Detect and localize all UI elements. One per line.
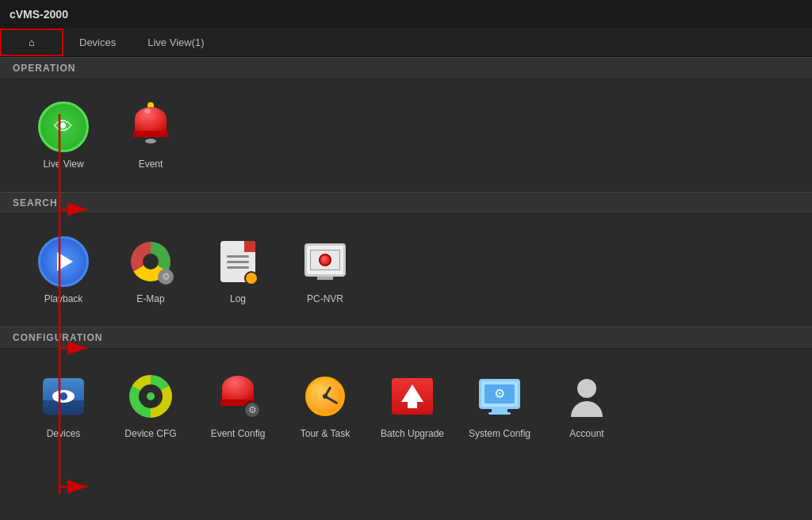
devcfg-shape — [129, 375, 172, 418]
evtcfg-dome — [222, 376, 254, 400]
batchup-rect — [408, 400, 417, 408]
devcfg-outer-ring — [129, 375, 172, 418]
batchup-icon-wrap — [387, 371, 438, 422]
batchup-arrow — [401, 384, 423, 402]
tab-home[interactable]: ⌂ — [0, 29, 63, 56]
playback-icon-item[interactable]: Playback — [24, 230, 103, 311]
section-config-label: CONFIGURATION — [13, 332, 102, 343]
event-label: Event — [139, 159, 163, 170]
tab-liveview[interactable]: Live View(1) — [132, 29, 220, 56]
alarm-base — [133, 131, 168, 137]
batchup-icon-item[interactable]: Batch Upgrade — [373, 365, 452, 445]
emap-circle-inner — [143, 254, 159, 270]
devices-pupil — [59, 392, 67, 400]
syscfg-wrap: ⚙ — [479, 379, 520, 415]
liveview-label: Live View — [43, 159, 83, 170]
app-title: cVMS-2000 — [10, 8, 68, 21]
section-search-label: SEARCH — [13, 197, 58, 208]
pcnvr-icon-item[interactable]: PC-NVR — [285, 230, 365, 311]
devices-eye — [52, 390, 75, 403]
tourtask-label: Tour & Task — [301, 428, 350, 439]
search-icons-grid: Playback ⚙ E-Map — [0, 214, 812, 327]
home-icon: ⌂ — [29, 36, 35, 48]
syscfg-monitor: ⚙ — [479, 379, 520, 409]
alarm-dome — [135, 107, 167, 131]
account-head — [577, 379, 596, 398]
event-icon-wrap — [125, 101, 176, 152]
devices-icon-wrap — [38, 371, 89, 422]
tab-liveview-label: Live View(1) — [147, 36, 204, 48]
pcnvr-shape — [304, 243, 346, 277]
log-line-3 — [227, 266, 249, 269]
evtcfg-alarm: ⚙ — [220, 376, 256, 417]
syscfg-gear-icon: ⚙ — [494, 386, 505, 401]
clock-center — [323, 394, 327, 399]
tourtask-icon-wrap — [300, 371, 350, 422]
liveview-icon — [38, 101, 89, 152]
devcfg-label: Device CFG — [124, 428, 176, 439]
pcnvr-wrap — [304, 243, 346, 280]
tab-devices[interactable]: Devices — [63, 29, 132, 56]
devcfg-icon-item[interactable]: Device CFG — [111, 365, 190, 445]
evtcfg-icon-item[interactable]: ⚙ Event Config — [198, 365, 278, 445]
emap-label: E-Map — [136, 293, 164, 304]
tourtask-shape — [305, 377, 345, 416]
operation-icons-grid: Live View Event — [0, 79, 812, 192]
log-line-2 — [227, 261, 249, 263]
syscfg-stand — [492, 409, 508, 412]
syscfg-icon-item[interactable]: ⚙ System Config — [460, 365, 539, 445]
alarm-bell — [145, 139, 156, 143]
tab-devices-label: Devices — [79, 36, 116, 48]
emap-icon-item[interactable]: ⚙ E-Map — [111, 230, 190, 311]
devices-icon-item[interactable]: Devices — [24, 365, 103, 445]
section-config-header: CONFIGURATION — [0, 327, 812, 349]
play-triangle — [57, 252, 73, 271]
emap-gear-badge: ⚙ — [158, 269, 174, 285]
devices-shape — [43, 378, 84, 415]
account-body — [571, 401, 603, 417]
tourtask-icon-item[interactable]: Tour & Task — [285, 365, 365, 445]
pcnvr-icon-wrap — [300, 236, 350, 287]
account-icon-item[interactable]: Account — [547, 365, 626, 445]
syscfg-icon-wrap: ⚙ — [474, 371, 525, 422]
log-icon-item[interactable]: Log — [198, 230, 278, 311]
playback-label: Playback — [44, 293, 83, 304]
account-shape — [566, 376, 607, 417]
emap-shape: ⚙ — [131, 242, 170, 281]
main-content: OPERATION Live View Event SEARCH — [0, 57, 812, 461]
section-operation-label: OPERATION — [13, 63, 75, 74]
pcnvr-stand — [317, 277, 333, 280]
log-icon-wrap — [213, 236, 263, 287]
syscfg-screen-content: ⚙ — [485, 384, 515, 403]
evtcfg-label: Event Config — [211, 428, 266, 439]
config-icons-grid: Devices Device CFG ⚙ — [0, 349, 812, 461]
pcnvr-dot — [319, 254, 331, 266]
tab-bar: ⌂ Devices Live View(1) — [0, 29, 812, 57]
account-label: Account — [569, 428, 603, 439]
log-label: Log — [230, 293, 246, 304]
event-icon-item[interactable]: Event — [111, 95, 190, 176]
evtcfg-gear-badge: ⚙ — [243, 401, 261, 419]
log-line-1 — [227, 255, 249, 258]
evtcfg-icon-wrap: ⚙ — [213, 371, 263, 422]
section-search-header: SEARCH — [0, 192, 812, 214]
devices-label: Devices — [47, 428, 81, 439]
pcnvr-label: PC-NVR — [307, 293, 343, 304]
title-bar: cVMS-2000 — [0, 0, 812, 29]
batchup-label: Batch Upgrade — [381, 428, 444, 439]
devcfg-dot — [147, 392, 155, 400]
syscfg-base — [488, 412, 511, 415]
syscfg-label: System Config — [469, 428, 530, 439]
account-icon-wrap — [561, 371, 612, 422]
batchup-shape — [392, 378, 433, 415]
alarm-shape — [133, 107, 168, 147]
devcfg-icon-wrap — [125, 371, 176, 422]
log-shape — [220, 241, 255, 282]
section-operation-header: OPERATION — [0, 57, 812, 79]
pcnvr-screen — [310, 250, 340, 270]
log-badge — [244, 271, 259, 285]
devcfg-inner — [139, 384, 163, 408]
emap-icon-wrap: ⚙ — [125, 236, 176, 287]
liveview-icon-item[interactable]: Live View — [24, 95, 103, 176]
playback-icon — [38, 236, 89, 287]
